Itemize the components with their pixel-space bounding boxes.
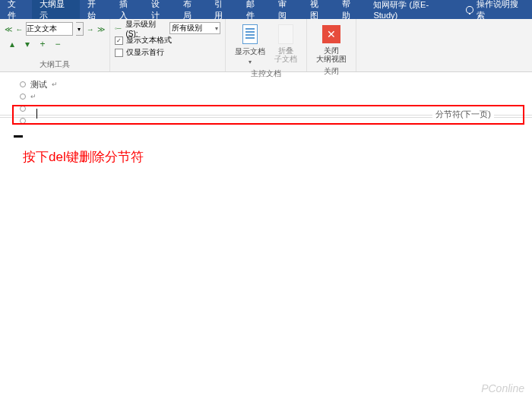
show-level-select[interactable]: 所有级别▾ [169,22,220,34]
expand-icon[interactable]: + [38,39,47,49]
ribbon: ≪ ← ▾ → ≫ ▴ ▾ + − 大纲工具 ◦─ 显示级别(S): 所有级别▾ [0,19,532,72]
close-group: ✕ 关闭 大纲视图 关闭 [307,19,356,71]
dash-mark [14,135,23,138]
document-icon [242,24,258,44]
tell-me-search[interactable]: 操作说明搜索 [460,0,532,19]
outline-row[interactable]: ↵ [20,90,532,103]
show-group: ◦─ 显示级别(S): 所有级别▾ ✓ 显示文本格式 仅显示首行 [110,19,226,71]
move-down-icon[interactable]: ▾ [23,39,32,49]
show-doc-label: 显示文档 [235,46,265,57]
outline-row[interactable]: 测试 ↵ [20,78,532,90]
outline-level-select[interactable] [26,22,73,36]
collapse-subdoc-button: 折叠 子文档 [270,22,302,67]
chevron-down-icon: ▾ [249,59,252,65]
dropdown-icon[interactable]: ▾ [76,22,83,36]
tab-file[interactable]: 文件 [0,0,32,19]
collapse-icon[interactable]: − [53,39,62,49]
show-firstline-checkbox[interactable] [115,49,123,57]
tab-layout[interactable]: 布局 [176,0,207,19]
doc-text: 测试 [30,79,47,90]
promote-icon[interactable]: ← [15,24,23,34]
watermark: PConline [481,382,524,394]
paragraph-mark-icon: ↵ [30,93,36,100]
bullet-icon [20,93,26,100]
tab-help[interactable]: 帮助 [334,0,366,19]
tab-review[interactable]: 审阅 [271,0,302,19]
tab-view[interactable]: 视图 [302,0,334,19]
tab-mail[interactable]: 邮件 [239,0,271,19]
show-firstline-label: 仅显示首行 [126,47,164,58]
show-format-label: 显示文本格式 [126,35,172,46]
tell-me-label: 操作说明搜索 [477,0,526,21]
show-document-button[interactable]: 显示文档 ▾ [230,22,270,67]
tab-references[interactable]: 引用 [207,0,239,19]
bullet-icon [20,81,26,87]
outline-level-group: ≪ ← ▾ → ≫ ▴ ▾ + − 大纲工具 [0,19,110,71]
show-format-checkbox[interactable]: ✓ [115,36,123,45]
tab-insert[interactable]: 插入 [112,0,144,19]
annotation-highlight-box [12,105,524,125]
menu-bar: 文件 大纲显示 开始 插入 设计 布局 引用 邮件 审阅 视图 帮助 知网研学 … [0,0,532,19]
collapse-sub-label: 折叠 子文档 [274,46,297,63]
master-doc-group: 显示文档 ▾ 折叠 子文档 主控文档 [226,19,307,71]
tab-outline[interactable]: 大纲显示 [32,0,81,19]
paragraph-mark-icon: ↵ [52,81,58,88]
demote-body-icon[interactable]: ≫ [97,24,105,34]
close-btn-label: 关闭 大纲视图 [316,46,347,63]
tab-estudy[interactable]: 知网研学 (原E-Study) [366,0,459,19]
promote-top-icon[interactable]: ≪ [5,24,12,34]
collapse-doc-icon [278,24,293,44]
close-outline-button[interactable]: ✕ 关闭 大纲视图 [312,22,351,65]
close-icon: ✕ [322,25,340,43]
group-label-outline-tools: 大纲工具 [5,58,105,70]
annotation-text: 按下del键删除分节符 [23,148,144,166]
lightbulb-icon [466,6,473,14]
show-level-icon: ◦─ [115,25,122,32]
demote-icon[interactable]: → [87,24,94,34]
move-up-icon[interactable]: ▴ [8,39,17,49]
tab-design[interactable]: 设计 [144,0,176,19]
tab-home[interactable]: 开始 [80,0,112,19]
